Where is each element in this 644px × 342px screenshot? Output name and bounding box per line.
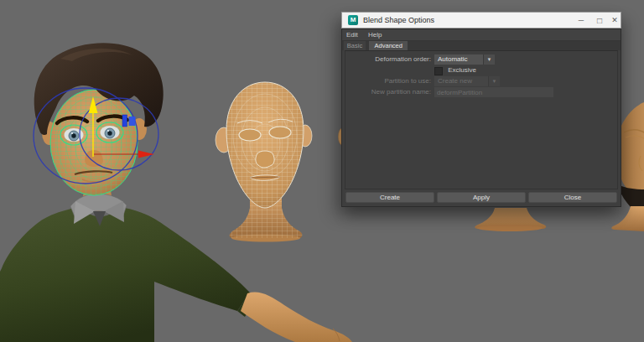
bust-nose: [256, 151, 274, 168]
exclusive-checkbox[interactable]: [434, 67, 443, 75]
dialog-body: Edit Help Basic Advanced Deformation ord…: [341, 28, 621, 207]
advanced-tab-panel: Deformation order: Automatic ▼ Exclusive…: [345, 50, 618, 189]
eye-glint-left: [71, 132, 73, 134]
plane-handle[interactable]: [129, 117, 136, 126]
tab-basic[interactable]: Basic: [344, 41, 366, 50]
deformation-order-value: Automatic: [438, 55, 468, 63]
dialog-menubar: Edit Help: [342, 29, 621, 41]
pupil-left: [71, 133, 75, 137]
character-sweater: [0, 207, 250, 342]
tab-advanced[interactable]: Advanced: [369, 41, 408, 50]
new-partition-name-field: [434, 87, 553, 97]
dialog-buttons: Create Apply Close: [345, 192, 617, 203]
maya-icon: M: [348, 15, 358, 25]
menu-edit[interactable]: Edit: [342, 29, 362, 40]
eye-glint-right: [107, 130, 109, 132]
bust-head-wire: [226, 82, 304, 208]
deformation-order-dropdown[interactable]: Automatic ▼: [434, 54, 495, 65]
partition-to-use-dropdown: Create new partition ▼: [434, 76, 500, 86]
exclusive-control: Exclusive: [434, 65, 476, 75]
apply-button[interactable]: Apply: [437, 192, 526, 203]
character-forearm: [241, 292, 352, 342]
dropdown-arrow-icon-disabled: ▼: [488, 76, 500, 86]
nose: [85, 150, 103, 167]
dialog-titlebar[interactable]: M Blend Shape Options ─ □ ✕: [341, 12, 621, 28]
deformation-order-label: Deformation order:: [345, 54, 431, 65]
character-model[interactable]: [0, 43, 352, 342]
dialog-tabbar: Basic Advanced: [342, 41, 621, 50]
dialog-title: Blend Shape Options: [363, 13, 434, 28]
deformation-order-row: Deformation order: Automatic ▼: [345, 54, 617, 65]
exclusive-row: Exclusive: [345, 65, 617, 75]
wireframe-head-model[interactable]: [216, 82, 312, 242]
close-window-button[interactable]: ✕: [605, 13, 624, 28]
bust-eye-right: [269, 127, 291, 138]
create-button[interactable]: Create: [345, 192, 434, 203]
new-partition-name-row: New partition name:: [345, 87, 617, 97]
character-head[interactable]: [34, 43, 164, 195]
menu-help[interactable]: Help: [364, 29, 386, 40]
exclusive-label: Exclusive: [448, 65, 476, 75]
partition-to-use-row: Partition to use: Create new partition ▼: [345, 76, 617, 86]
pupil-right: [107, 131, 112, 135]
hidden-head-neck[interactable]: [475, 208, 546, 231]
partition-to-use-label: Partition to use:: [345, 76, 431, 86]
axis-z-handle[interactable]: [122, 115, 127, 127]
close-button[interactable]: Close: [528, 192, 617, 203]
new-partition-name-label: New partition name:: [345, 87, 431, 97]
dropdown-arrow-icon[interactable]: ▼: [483, 54, 495, 65]
blend-shape-options-window: M Blend Shape Options ─ □ ✕ Edit Help Ba…: [341, 12, 621, 207]
right-head-neck-flare: [611, 206, 644, 231]
bust-eye-left: [239, 129, 261, 141]
minimize-button[interactable]: ─: [572, 13, 590, 28]
axis-x-arrow[interactable]: [138, 151, 154, 158]
